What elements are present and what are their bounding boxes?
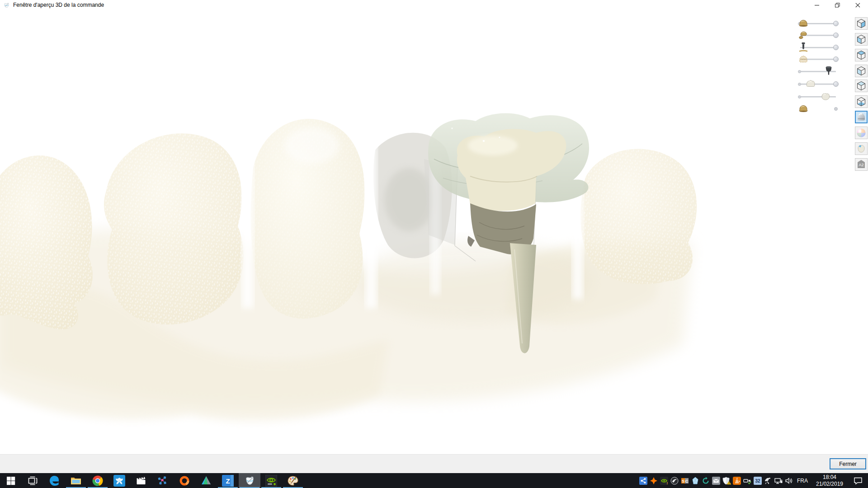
orange-ring-app[interactable]	[174, 473, 195, 488]
slider-left-dot	[798, 70, 801, 73]
slider-end-knob[interactable]	[833, 33, 839, 38]
mail-app-tray[interactable]	[711, 473, 721, 488]
app-32-tray[interactable]: 32	[752, 473, 763, 488]
crystal-app-tray[interactable]	[690, 473, 700, 488]
close-button[interactable]	[848, 0, 868, 10]
svg-text:Z: Z	[226, 477, 230, 484]
tooth-glass-icon	[3, 1, 10, 9]
implantanalog-icon[interactable]	[823, 66, 835, 77]
slider-end-knob[interactable]	[833, 81, 839, 87]
tooth-shade-preview[interactable]	[855, 142, 868, 155]
sync-app-tray[interactable]	[700, 473, 711, 488]
sc-app-tray[interactable]: SC	[679, 473, 690, 488]
butterfly-app[interactable]	[108, 473, 130, 488]
taskbar-tray: !SC32	[638, 473, 794, 488]
java-update-tray[interactable]	[731, 473, 742, 488]
clock-time: 18:04	[823, 474, 836, 480]
3d-viewport[interactable]	[0, 10, 868, 454]
svg-text:S: S	[681, 479, 684, 483]
opacity-slider-gold-crown[interactable]	[797, 18, 842, 29]
slider-end-knob[interactable]	[833, 56, 839, 62]
slider-end-knob[interactable]	[833, 21, 839, 26]
title-bar: Fenêtre d'aperçu 3D de la commande	[0, 0, 868, 10]
fermer-button[interactable]: Fermer	[830, 458, 866, 469]
volume-tray[interactable]	[783, 473, 794, 488]
clock-date: 21/02/2019	[816, 481, 843, 487]
taskbar-apps: Z	[0, 473, 304, 488]
minimize-button[interactable]	[807, 0, 827, 10]
paint-palette-app[interactable]	[282, 473, 304, 488]
molecule-cad-app[interactable]	[152, 473, 174, 488]
dialog-footer: Fermer	[0, 454, 868, 473]
opacity-slider-implant-analog[interactable]	[797, 66, 842, 77]
safely-remove-usb[interactable]	[742, 473, 752, 488]
chrome-browser[interactable]	[87, 473, 108, 488]
goldcrown-icon[interactable]	[797, 103, 809, 115]
nvidia-tray[interactable]: !	[659, 473, 669, 488]
view-cube-back[interactable]	[855, 33, 868, 46]
view-cube-front[interactable]	[855, 17, 868, 30]
prism-app[interactable]	[195, 473, 217, 488]
window-title: Fenêtre d'aperçu 3D de la commande	[13, 2, 104, 8]
3d-preview-scene[interactable]	[0, 10, 868, 454]
svg-text:!: !	[666, 481, 668, 485]
dental-3d-preview[interactable]	[239, 473, 260, 488]
svg-text:32: 32	[755, 479, 760, 483]
start-button[interactable]	[0, 473, 22, 488]
view-cube-right[interactable]	[855, 95, 868, 108]
opacity-slider-screw[interactable]	[797, 42, 842, 53]
meshcrown-icon[interactable]	[797, 53, 809, 65]
opacity-slider-antagonist-tooth[interactable]	[797, 91, 842, 103]
z-app[interactable]: Z	[217, 473, 239, 488]
file-explorer[interactable]	[65, 473, 87, 488]
taskbar-clock[interactable]: 18:04 21/02/2019	[811, 473, 848, 488]
slider-left-dot	[798, 83, 801, 86]
view-cube-bottom[interactable]	[855, 65, 868, 77]
whitecrown-icon[interactable]	[805, 78, 816, 90]
shade-tag[interactable]: A2	[855, 158, 868, 171]
slider-left-dot	[798, 95, 801, 99]
bluetooth-share-tray[interactable]	[638, 473, 648, 488]
opacity-slider-scan-mesh[interactable]	[797, 53, 842, 65]
restore-button[interactable]	[827, 0, 848, 10]
video-editor-app[interactable]	[130, 473, 152, 488]
action-center-button[interactable]	[848, 473, 868, 488]
screw-icon[interactable]	[797, 42, 809, 53]
opacity-slider-gold-abutment[interactable]	[797, 29, 842, 41]
view-cube-left[interactable]	[855, 80, 868, 92]
goldcrown-icon[interactable]	[797, 18, 809, 29]
satellite-app-tray[interactable]	[763, 473, 773, 488]
nvidia-settings[interactable]	[260, 473, 282, 488]
language-indicator[interactable]: FRA	[794, 473, 811, 488]
opacity-slider-gold-crown-2[interactable]	[797, 103, 842, 115]
svg-text:C: C	[685, 479, 688, 483]
render-shaded-mode[interactable]	[855, 111, 868, 123]
network-tray[interactable]	[773, 473, 783, 488]
svg-text:A2: A2	[859, 163, 863, 167]
window-controls	[807, 0, 868, 10]
defender-tray[interactable]	[721, 473, 731, 488]
slider-right-dot	[834, 107, 838, 111]
edge-browser[interactable]	[43, 473, 65, 488]
color-mode[interactable]	[855, 127, 868, 139]
slider-end-knob[interactable]	[833, 45, 839, 50]
opacity-slider-white-crown[interactable]	[797, 78, 842, 90]
goldabutment-icon[interactable]	[797, 29, 809, 41]
view-cube-top[interactable]	[855, 49, 868, 61]
task-view-button[interactable]	[22, 473, 43, 488]
taskbar: Z !SC32 FRA 18:04 21/02/2019	[0, 473, 868, 488]
taskbar-spacer	[304, 473, 638, 488]
swirl-app-tray[interactable]	[669, 473, 679, 488]
avast-tray[interactable]	[648, 473, 659, 488]
whitetooth-icon[interactable]	[820, 91, 831, 103]
